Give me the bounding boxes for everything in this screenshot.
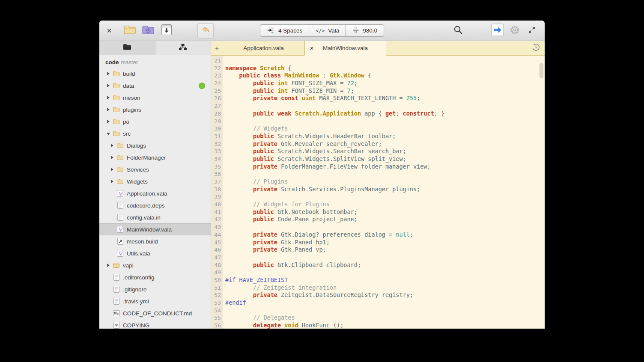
- outline-panel-button[interactable]: [155, 41, 211, 55]
- dark-folder-icon: [122, 43, 132, 53]
- code-line: 23 public class MainWindow : Gtk.Window …: [211, 72, 545, 80]
- tree-item-label: codecore.deps: [127, 202, 165, 209]
- code-lines: 2122namespace Scratch {23 public class M…: [211, 57, 545, 329]
- code-line: 33 public Scratch.Widgets.SearchBar sear…: [211, 148, 545, 155]
- line-number: 51: [211, 284, 223, 292]
- fullscreen-button[interactable]: [525, 24, 539, 38]
- expand-arrow-icon[interactable]: [105, 95, 111, 101]
- files-panel-button[interactable]: [99, 41, 155, 55]
- tree-item-src[interactable]: src: [99, 128, 211, 139]
- tree-item-vapi[interactable]: vapi: [99, 259, 211, 271]
- code-line: 38 private Scratch.Services.PluginsManag…: [211, 186, 545, 193]
- expand-arrow-icon[interactable]: [109, 143, 115, 148]
- indent-width-label: 4 Spaces: [278, 27, 302, 34]
- line-number: 45: [211, 239, 223, 246]
- scrollbar-thumb[interactable]: [540, 63, 543, 78]
- header-left-tools: ✕: [105, 23, 214, 39]
- code-line-text: private Gtk.Dialog? preferences_dialog =…: [223, 231, 413, 239]
- tree-item-dialogs[interactable]: Dialogs: [99, 139, 211, 151]
- code-line-text: [223, 170, 225, 178]
- tree-item-widgets[interactable]: Widgets: [99, 175, 211, 187]
- tree-item-label: meson: [123, 95, 140, 101]
- tab-bar: + Application.vala ✕ MainWindow.vala: [211, 41, 545, 56]
- tree-item-po[interactable]: po: [99, 116, 211, 128]
- line-number: 24: [211, 80, 223, 87]
- tree-item-application-vala[interactable]: VApplication.vala: [99, 187, 211, 199]
- history-button[interactable]: [527, 41, 545, 55]
- tree-item-services[interactable]: Services: [99, 163, 211, 175]
- markdown-file-icon: [112, 310, 120, 316]
- goto-line-button[interactable]: 980.0: [346, 24, 384, 37]
- line-number: 52: [211, 291, 223, 299]
- project-root-row[interactable]: code master: [99, 56, 211, 68]
- code-line: 47: [211, 254, 545, 261]
- share-button[interactable]: [490, 24, 505, 38]
- tab-application-vala[interactable]: Application.vala: [223, 41, 304, 55]
- tree-item-codecore-deps[interactable]: codecore.deps: [99, 199, 211, 211]
- tree-item-label: CODE_OF_CONDUCT.md: [123, 310, 192, 317]
- tree-item-foldermanager[interactable]: FolderManager: [99, 151, 211, 163]
- tree-item-label: Services: [127, 166, 149, 173]
- tree-item-plugins[interactable]: plugins: [99, 104, 211, 116]
- tree-item-build[interactable]: build: [99, 68, 211, 80]
- goto-line-label: 980.0: [363, 27, 377, 34]
- tree-item-gitignore[interactable]: .gitignore: [99, 283, 211, 295]
- tab-mainwindow-vala[interactable]: ✕ MainWindow.vala: [304, 41, 386, 55]
- code-line: 21: [211, 57, 545, 65]
- expand-arrow-icon[interactable]: [105, 107, 111, 113]
- tree-item-config-vala-in[interactable]: config.vala.in: [99, 211, 211, 223]
- tree-item-meson-build[interactable]: meson.build: [99, 235, 211, 247]
- tab-label: Application.vala: [243, 45, 284, 51]
- tabbar-filler: [386, 41, 527, 55]
- code-line-text: [223, 254, 225, 261]
- indent-width-button[interactable]: 4 Spaces: [260, 24, 309, 37]
- folder-icon: [112, 83, 120, 89]
- code-line: 22namespace Scratch {: [211, 65, 545, 72]
- tree-item-label: .travis.yml: [123, 298, 149, 305]
- code-line-text: private Zeitgeist.DataSourceRegistry reg…: [223, 291, 413, 299]
- search-button[interactable]: [451, 24, 465, 38]
- undo-button[interactable]: [197, 23, 214, 39]
- tree-item-copying[interactable]: COPYING: [99, 319, 211, 329]
- code-line-text: public Scratch.Widgets.SplitView split_v…: [223, 155, 406, 163]
- tree-item-code-of-conduct-md[interactable]: CODE_OF_CONDUCT.md: [99, 307, 211, 319]
- new-tab-button[interactable]: +: [211, 41, 223, 55]
- code-line-text: // Delegates: [223, 314, 295, 322]
- expand-arrow-icon[interactable]: [105, 119, 111, 125]
- open-folder-button[interactable]: [122, 24, 137, 38]
- code-line: 35 private FolderManager.FileView folder…: [211, 163, 545, 171]
- collapse-arrow-icon[interactable]: [105, 131, 111, 136]
- code-line: 53#endif: [211, 299, 545, 307]
- tree-item-meson[interactable]: meson: [99, 92, 211, 104]
- settings-button[interactable]: [507, 24, 522, 38]
- build-script-icon: [116, 238, 124, 245]
- line-number: 31: [211, 133, 223, 140]
- window-close-icon[interactable]: ✕: [105, 27, 113, 35]
- folder-icon: [116, 166, 124, 172]
- expand-arrow-icon[interactable]: [105, 71, 111, 77]
- close-tab-icon[interactable]: ✕: [310, 45, 314, 51]
- tree-item-data[interactable]: data: [99, 80, 211, 92]
- expand-arrow-icon[interactable]: [109, 179, 115, 184]
- code-line-text: public int FONT_SIZE_MIN = 7;: [223, 87, 354, 95]
- expand-arrow-icon[interactable]: [105, 263, 111, 268]
- project-templates-button[interactable]: [141, 24, 155, 38]
- arrow-spacer: [109, 191, 115, 196]
- tree-item-label: build: [123, 71, 135, 77]
- line-number: 55: [211, 314, 223, 322]
- language-button[interactable]: </> Vala: [309, 24, 346, 37]
- tree-item-utils-vala[interactable]: VUtils.vala: [99, 247, 211, 259]
- tree-item-travis-yml[interactable]: .travis.yml: [99, 295, 211, 307]
- code-line-text: public Gtk.Clipboard clipboard;: [223, 261, 361, 269]
- expand-arrow-icon[interactable]: [109, 155, 115, 160]
- save-button[interactable]: [159, 24, 174, 38]
- expand-arrow-icon[interactable]: [105, 83, 111, 89]
- code-editor[interactable]: 2122namespace Scratch {23 public class M…: [211, 56, 545, 329]
- code-line-text: private const uint MAX_SEARCH_TEXT_LENGT…: [223, 95, 420, 102]
- tree-item-editorconfig[interactable]: .editorconfig: [99, 271, 211, 283]
- expand-arrow-icon[interactable]: [109, 167, 115, 172]
- tree-item-mainwindow-vala[interactable]: VMainWindow.vala: [99, 223, 211, 235]
- header-center-buttons: 4 Spaces </> Vala 980.0: [260, 24, 384, 37]
- code-line: 24 public int FONT_SIZE_MAX = 72;: [211, 80, 545, 87]
- code-line-text: [223, 269, 225, 276]
